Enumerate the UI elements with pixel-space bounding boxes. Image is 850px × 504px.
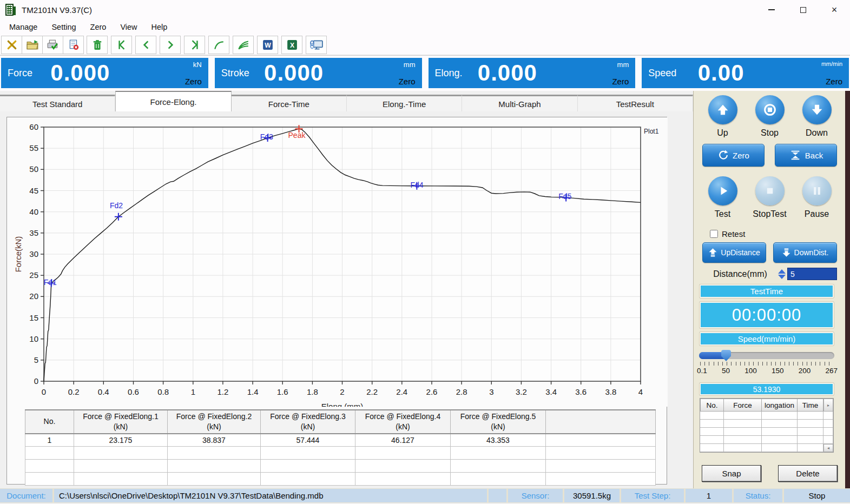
svg-text:1.4: 1.4 [247,387,259,396]
table-row[interactable]: 123.17538.83757.44446.12743.353 [25,434,656,447]
word-export-icon[interactable]: W [257,36,278,54]
distance-spinner[interactable] [778,269,786,279]
up-button[interactable] [708,95,737,124]
table-cell [261,447,355,460]
speed-slider[interactable] [699,352,834,359]
menu-item-zero[interactable]: Zero [83,21,114,33]
up-distance-button[interactable]: UpDistance [702,242,766,263]
svg-text:W: W [265,42,271,49]
speed-slider-thumb[interactable] [721,350,731,361]
table-cell: 38.837 [168,434,261,447]
maximize-button[interactable] [787,0,819,19]
table-cell: 23.175 [74,434,168,447]
down-button[interactable] [802,95,832,124]
test-label: Test [715,209,730,219]
speed-scale-label: 50 [722,367,730,375]
table-row[interactable] [25,473,656,486]
close-button[interactable]: × [819,0,850,19]
screen-capture-icon[interactable] [306,36,327,54]
capture-cell [762,412,798,420]
display-unit: mm [617,61,629,69]
prev-point-icon[interactable] [135,36,156,54]
square-icon [762,183,777,198]
tab-testresult[interactable]: TestResult [578,95,693,111]
display-unit: mm/min [821,61,842,67]
back-button[interactable]: Back [775,144,837,167]
table-cell [451,447,546,460]
stop-button[interactable] [755,95,785,124]
document-label: Document: [0,489,52,502]
svg-text:0.8: 0.8 [157,387,169,396]
table-cell: 1 [25,434,74,447]
last-point-icon[interactable] [184,36,205,54]
display-panels: Force0.000kNZeroStroke0.000mmZeroElong.0… [0,55,850,91]
sensor-value: 30591.5kg [564,489,620,502]
table-cell [355,447,451,460]
zero-button[interactable]: Zero [702,144,765,167]
retest-checkbox[interactable] [710,230,718,238]
display-zero: Zero [826,77,842,86]
test-step-value: 1 [686,489,732,502]
up-arrow-icon [715,102,730,117]
pause-icon [809,183,825,198]
test-button[interactable] [708,176,737,205]
speed-scale-label: 100 [744,367,757,375]
save-report-icon[interactable] [42,36,63,54]
snap-button[interactable]: Snap [702,465,761,482]
capture-header-row: No.ForcelongationTime▸ [700,399,833,412]
svg-text:30: 30 [29,249,38,258]
capture-row [700,436,833,444]
capture-header-time[interactable]: Time [798,399,823,412]
results-header: Force @ FixedElong.5(kN) [451,410,546,434]
single-curve-icon[interactable] [208,36,229,54]
tab-test-standard[interactable]: Test Standard [0,95,115,111]
capture-header-no.[interactable]: No. [700,399,724,412]
up-distance-icon [708,248,717,257]
delete-curve-icon[interactable] [87,36,108,54]
table-cell [261,473,355,486]
play-icon [715,183,730,198]
capture-cell [762,436,798,444]
speed-scale-label: 150 [772,367,784,375]
next-point-icon[interactable] [160,36,181,54]
tab-force-elong-[interactable]: Force-Elong. [115,91,231,111]
svg-text:Fd4: Fd4 [410,181,423,189]
table-cell [261,460,355,473]
delete-button[interactable]: Delete [778,465,838,482]
menu-item-setting[interactable]: Setting [44,21,83,33]
excel-export-icon[interactable]: X [281,36,302,54]
capture-header-longation[interactable]: longation [762,399,798,412]
capture-cell [823,428,833,436]
svg-text:2.2: 2.2 [366,387,378,396]
tab-multi-graph[interactable]: Multi-Graph [462,95,577,111]
minimize-button[interactable] [756,0,787,19]
table-row[interactable] [25,447,656,460]
capture-scroll-down[interactable]: ◂ [823,444,833,452]
svg-text:3: 3 [489,387,493,396]
down-distance-button[interactable]: DownDist. [773,242,837,263]
tab-elong-time[interactable]: Elong.-Time [347,95,462,111]
open-file-icon[interactable] [22,36,43,54]
capture-row [700,420,833,428]
menu-item-help[interactable]: Help [144,21,175,33]
multi-curve-icon[interactable] [233,36,254,54]
tab-force-time[interactable]: Force-Time [232,95,347,111]
menu-item-manage[interactable]: Manage [2,21,44,33]
capture-scroll-up[interactable]: ▸ [823,399,833,412]
pause-button[interactable] [802,176,832,205]
capture-cell [798,420,823,428]
capture-cell [823,436,833,444]
table-row[interactable] [25,460,656,473]
menu-item-view[interactable]: View [113,21,144,33]
capture-header-force[interactable]: Force [724,399,762,412]
stop-test-button[interactable] [755,176,785,205]
first-point-icon[interactable] [111,36,132,54]
cut-icon[interactable] [1,36,22,54]
fixed-elong-results: No.Force @ FixedElong.1(kN)Force @ Fixed… [25,409,656,486]
svg-text:Peak: Peak [288,131,306,140]
results-header: Force @ FixedElong.4(kN) [355,410,451,434]
distance-input[interactable] [787,268,837,280]
close-report-icon[interactable] [63,36,84,54]
speed-value-display: 53.1930 [700,383,834,395]
capture-table: No.ForcelongationTime▸◂ [700,398,834,453]
